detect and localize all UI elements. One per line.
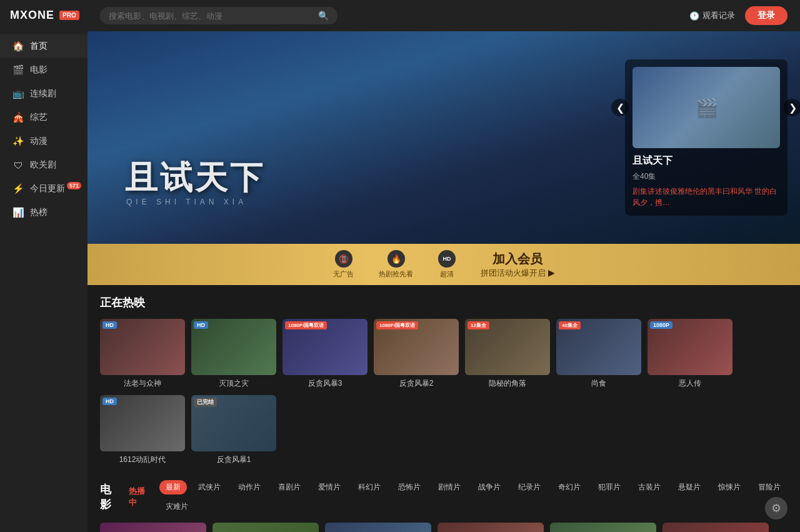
filter-tag-costume[interactable]: 古装片 xyxy=(632,480,667,494)
vip-banner[interactable]: 📵 无广告 🔥 热剧抢先看 HD 超清 加入会员 拼团活动火爆开启 ▶ xyxy=(88,244,800,285)
hd-icon: HD xyxy=(438,250,456,268)
film-section-header: 电影 热播中 最新 武侠片 动作片 喜剧片 爱情片 科幻片 恐怖片 剧情片 战争… xyxy=(100,480,788,514)
search-input[interactable] xyxy=(109,11,313,21)
movie-title: 法老与众神 xyxy=(100,378,185,389)
filter-tag-doc[interactable]: 纪录片 xyxy=(512,480,547,494)
banner-description: 剧集讲述彼俊雅绝伦的黑丰曰和风华 世的白风夕，携… xyxy=(632,186,780,208)
film-card[interactable]: FBI xyxy=(662,523,769,532)
hd-badge: HD xyxy=(194,321,208,329)
banner-info-panel: ❮ 🎬 ❯ 且试天下 全40集 剧集讲述彼俊雅绝伦的黑丰曰和风华 世的白风夕，携… xyxy=(625,59,788,216)
filter-tag-crime[interactable]: 犯罪片 xyxy=(592,480,627,494)
film-thumbnail: 🎭 xyxy=(100,523,206,532)
early-icon: 🔥 xyxy=(388,250,405,268)
banner-prev-button[interactable]: ❮ xyxy=(611,99,629,116)
sidebar-item-label: 今日更新 xyxy=(30,183,65,194)
filter-tag-war[interactable]: 战争片 xyxy=(472,480,507,494)
film-card[interactable]: 🎬 xyxy=(438,523,544,532)
movie-title: 灭顶之灾 xyxy=(191,378,276,389)
watch-history-link[interactable]: 🕐 观看记录 xyxy=(689,10,735,21)
today-icon: ⚡ xyxy=(12,183,24,194)
movie-title: 尚食 xyxy=(556,378,641,389)
banner-show-title: 且试天下 xyxy=(632,154,780,168)
series-icon: 📺 xyxy=(12,88,24,99)
filter-tag-wuxia[interactable]: 武侠片 xyxy=(192,480,227,494)
movie-card[interactable]: 1080P/国粤双语 反贪风暴2 xyxy=(374,319,459,389)
movie-card[interactable]: 已完结 反贪风暴1 xyxy=(191,395,276,465)
hot-icon: 📊 xyxy=(12,207,24,218)
hot-section-header: 正在热映 xyxy=(100,295,788,310)
ep-badge: 1080P/国粤双语 xyxy=(376,321,418,329)
sidebar-item-label: 热榜 xyxy=(30,207,48,218)
film-section: 电影 热播中 最新 武侠片 动作片 喜剧片 爱情片 科幻片 恐怖片 剧情片 战争… xyxy=(88,470,800,532)
filter-tag-mystery[interactable]: 悬疑片 xyxy=(672,480,707,494)
search-icon: 🔍 xyxy=(318,11,329,21)
film-thumbnail: FBI xyxy=(662,523,769,532)
sidebar-item-home[interactable]: 🏠 首页 xyxy=(0,34,88,58)
logo[interactable]: MXONE PRO xyxy=(0,0,88,31)
movie-card[interactable]: 40集全 尚食 xyxy=(556,319,641,389)
film-card[interactable]: THE TRUTH WILL SET YOU FREE, BUT FIRST I… xyxy=(325,523,431,532)
hot-section: 正在热映 HD 法老与众神 HD 灭顶之灾 1080P/国粤双 xyxy=(88,285,800,470)
done-badge: 已完结 xyxy=(194,398,217,407)
hd-badge: HD xyxy=(102,398,117,405)
movie-card[interactable]: HD 法老与众神 xyxy=(100,319,185,389)
movie-thumbnail: 12集全 xyxy=(465,319,550,375)
film-card[interactable]: 🎭 xyxy=(100,523,206,532)
filter-tag-romance[interactable]: 爱情片 xyxy=(312,480,347,494)
sidebar-item-today[interactable]: ⚡ 今日更新 571 xyxy=(0,177,88,201)
filter-tag-action[interactable]: 动作片 xyxy=(232,480,267,494)
movie-thumbnail: HD xyxy=(191,319,276,375)
film-card[interactable]: CHIP 'N DALE RESCUE RANGERS xyxy=(212,523,319,532)
hot-section-title: 正在热映 xyxy=(100,295,145,310)
anime-icon: ✨ xyxy=(12,136,24,147)
film-card[interactable]: 🎭 xyxy=(550,523,656,532)
login-button[interactable]: 登录 xyxy=(745,6,788,25)
sidebar-item-western[interactable]: 🛡 欧关剧 xyxy=(0,153,88,177)
variety-icon: 🎪 xyxy=(12,112,24,123)
sidebar-item-variety[interactable]: 🎪 综艺 xyxy=(0,106,88,129)
filter-tag-drama[interactable]: 剧情片 xyxy=(432,480,467,494)
noad-label: 无广告 xyxy=(333,269,354,279)
filter-tag-scifi[interactable]: 科幻片 xyxy=(352,480,387,494)
banner-next-button[interactable]: ❯ xyxy=(784,99,800,116)
vip-feature-hd: HD 超清 xyxy=(438,250,456,279)
banner-title: 且试天下 xyxy=(125,161,265,194)
filter-tag-thriller[interactable]: 惊悚片 xyxy=(712,480,747,494)
logo-pro: PRO xyxy=(59,11,79,20)
early-label: 热剧抢先看 xyxy=(379,269,413,279)
movie-card[interactable]: 12集全 隐秘的角落 xyxy=(465,319,550,389)
sidebar-item-label: 综艺 xyxy=(30,112,48,123)
film-thumbnail: 🎭 xyxy=(550,523,656,532)
banner-thumbnail: 🎬 xyxy=(632,67,780,148)
movie-card[interactable]: 1080P/国粤双语 反贪风暴3 xyxy=(282,319,368,389)
sidebar-item-label: 欧关剧 xyxy=(30,159,56,171)
vip-feature-early: 🔥 热剧抢先看 xyxy=(379,250,413,279)
filter-tag-fantasy[interactable]: 奇幻片 xyxy=(552,480,587,494)
filter-tag-adventure[interactable]: 冒险片 xyxy=(752,480,787,494)
main-nav: 🏠 首页 🎬 电影 📺 连续剧 🎪 综艺 ✨ 动漫 🛡 欧关剧 ⚡ 今日更新 5… xyxy=(0,34,88,224)
filter-tag-comedy[interactable]: 喜剧片 xyxy=(272,480,307,494)
sidebar-item-movie[interactable]: 🎬 电影 xyxy=(0,58,88,82)
hero-banner: 且试天下 QIE SHI TIAN XIA ❮ 🎬 ❯ 且试天下 全40集 剧集… xyxy=(88,31,800,244)
main-content: 🔍 🕐 观看记录 登录 且试天下 QIE SHI TIAN XIA ❮ 🎬 xyxy=(88,0,800,532)
movie-thumbnail: 已完结 xyxy=(191,395,276,451)
movie-card[interactable]: HD 灭顶之灾 xyxy=(191,319,276,389)
sidebar-item-anime[interactable]: ✨ 动漫 xyxy=(0,129,88,153)
ep-badge: 12集全 xyxy=(468,321,489,329)
search-box[interactable]: 🔍 xyxy=(100,7,338,24)
filter-tag-disaster[interactable]: 灾难片 xyxy=(159,499,194,514)
sidebar-item-hot[interactable]: 📊 热榜 xyxy=(0,201,88,224)
movie-card[interactable]: 1080P 恶人传 xyxy=(648,319,732,389)
filter-tag-horror[interactable]: 恐怖片 xyxy=(392,480,427,494)
movie-thumbnail: HD xyxy=(100,319,185,375)
sidebar-item-label: 动漫 xyxy=(30,136,48,147)
banner-episode: 全40集 xyxy=(632,171,780,182)
film-thumbnail: THE TRUTH WILL SET YOU FREE, BUT FIRST I… xyxy=(325,523,431,532)
vip-feature-noad: 📵 无广告 xyxy=(333,250,354,279)
sidebar-item-label: 电影 xyxy=(30,64,48,76)
header-right: 🕐 观看记录 登录 xyxy=(689,6,788,25)
settings-button[interactable]: ⚙ xyxy=(765,497,788,519)
movie-card[interactable]: HD 1612动乱时代 xyxy=(100,395,185,465)
filter-tag-new[interactable]: 最新 xyxy=(159,480,187,494)
sidebar-item-series[interactable]: 📺 连续剧 xyxy=(0,82,88,106)
